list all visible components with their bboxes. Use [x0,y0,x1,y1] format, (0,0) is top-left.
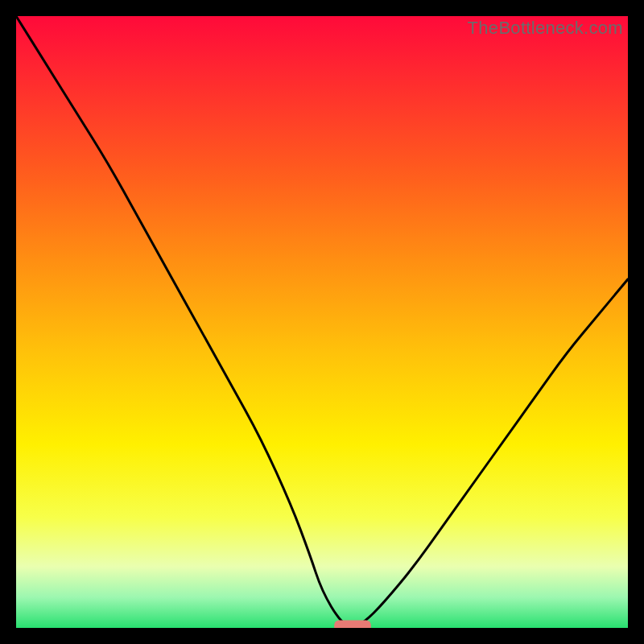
gradient-background [16,16,628,628]
chart-svg [16,16,628,628]
optimum-marker [334,620,371,628]
watermark-text: TheBottleneck.com [468,18,623,39]
chart-frame: TheBottleneck.com [16,16,628,628]
